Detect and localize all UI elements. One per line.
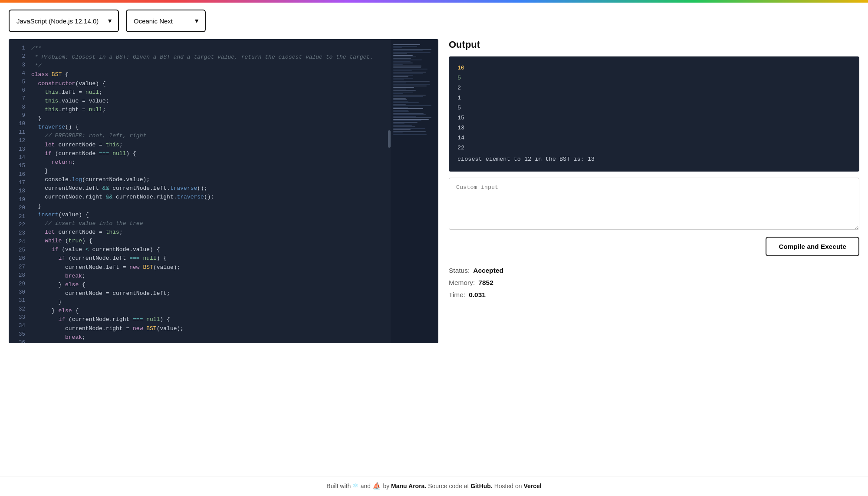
output-line: 5 (457, 103, 851, 113)
output-line: 10 (457, 63, 851, 73)
code-line: return; (31, 158, 431, 167)
code-line: if (currentNode.left === null) { (31, 254, 431, 263)
custom-input[interactable] (449, 178, 859, 230)
status-row: Status: Accepted (449, 267, 859, 274)
scrollbar-thumb[interactable] (388, 130, 391, 148)
code-line: currentNode.left && currentNode.left.tra… (31, 184, 431, 193)
code-line: insert(value) { (31, 211, 431, 219)
theme-select[interactable]: Oceanic Next Monokai Dracula Solarized D… (127, 10, 205, 31)
output-line: 22 (457, 143, 851, 153)
code-line: } else { (31, 307, 431, 315)
code-line: constructor(value) { (31, 79, 431, 88)
line-number: 24 (9, 238, 31, 246)
status-label: Status: (449, 267, 470, 274)
code-line: } (31, 167, 431, 175)
line-number: 27 (9, 263, 31, 271)
line-number: 2 (9, 53, 31, 61)
react-icon: ⚛ (352, 482, 360, 489)
line-number: 8 (9, 103, 31, 112)
footer: Built with ⚛ and ⛵ by Manu Arora. Source… (0, 476, 868, 496)
line-number: 14 (9, 154, 31, 162)
output-line: 13 (457, 123, 851, 133)
line-number: 15 (9, 162, 31, 170)
memory-value: 7852 (478, 279, 493, 287)
line-number: 18 (9, 187, 31, 195)
github-link[interactable]: GitHub. (470, 483, 493, 489)
line-number: 31 (9, 297, 31, 305)
code-line: currentNode.left = new BST(value); (31, 263, 431, 272)
theme-select-wrapper[interactable]: Oceanic Next Monokai Dracula Solarized D… (126, 10, 206, 32)
main-content: 1234567891011121314151617181920212223242… (0, 39, 868, 352)
memory-label: Memory: (449, 279, 475, 287)
line-number: 12 (9, 137, 31, 145)
code-line: if (currentNode.right === null) { (31, 315, 431, 324)
code-line: /** (31, 44, 431, 53)
code-line: } (31, 202, 431, 211)
line-number: 22 (9, 221, 31, 229)
output-line: 1 (457, 93, 851, 103)
line-number: 33 (9, 314, 31, 322)
author-link[interactable]: Manu Arora. (391, 483, 426, 489)
code-line: let currentNode = this; (31, 141, 431, 149)
code-content[interactable]: /** * Problem: Closest in a BST: Given a… (31, 39, 438, 343)
right-panel: Output 10521515131422closest element to … (438, 39, 859, 343)
scrollbar-track[interactable] (388, 39, 391, 343)
code-line: console.log(currentNode.value); (31, 175, 431, 184)
status-section: Status: Accepted Memory: 7852 Time: 0.03… (449, 267, 859, 299)
line-number: 9 (9, 112, 31, 120)
output-line: 2 (457, 83, 851, 93)
code-line: class BST { (31, 70, 431, 79)
line-number: 7 (9, 95, 31, 103)
line-number: 29 (9, 280, 31, 288)
line-number: 13 (9, 145, 31, 154)
line-numbers: 1234567891011121314151617181920212223242… (9, 39, 31, 343)
code-line: if (currentNode === null) { (31, 149, 431, 158)
line-number: 35 (9, 331, 31, 339)
line-number: 10 (9, 120, 31, 128)
code-line: */ (31, 62, 431, 70)
code-line: while (true) { (31, 237, 431, 245)
time-label: Time: (449, 291, 465, 299)
time-value: 0.031 (469, 291, 486, 299)
code-line: } else { (31, 342, 431, 343)
time-row: Time: 0.031 (449, 291, 859, 299)
code-line: } (31, 114, 431, 123)
output-line: 14 (457, 133, 851, 143)
code-line: break; (31, 272, 431, 281)
vercel-link[interactable]: Vercel (523, 483, 541, 489)
line-number: 4 (9, 69, 31, 78)
code-line: this.value = value; (31, 97, 431, 106)
line-number: 23 (9, 229, 31, 238)
output-box: 10521515131422closest element to 12 in t… (449, 56, 859, 172)
line-number: 26 (9, 255, 31, 263)
code-line: currentNode.right && currentNode.right.t… (31, 193, 431, 202)
line-number: 19 (9, 196, 31, 204)
language-select-wrapper[interactable]: JavaScript (Node.js 12.14.0) Python 3 Ja… (9, 10, 119, 32)
line-number: 36 (9, 339, 31, 343)
and-text: and (361, 483, 371, 489)
line-number: 1 (9, 44, 31, 53)
by-text: by (383, 483, 389, 489)
output-line: 5 (457, 73, 851, 83)
code-area[interactable]: 1234567891011121314151617181920212223242… (9, 39, 438, 343)
code-line: } (31, 298, 431, 307)
line-number: 17 (9, 179, 31, 187)
line-number: 3 (9, 61, 31, 69)
line-number: 28 (9, 271, 31, 280)
code-line: this.left = null; (31, 88, 431, 97)
code-line: let currentNode = this; (31, 228, 431, 237)
line-number: 30 (9, 288, 31, 297)
language-select[interactable]: JavaScript (Node.js 12.14.0) Python 3 Ja… (10, 10, 118, 31)
code-line: * Problem: Closest in a BST: Given a BST… (31, 53, 431, 62)
code-line: // insert value into the tree (31, 219, 431, 228)
line-number: 34 (9, 322, 31, 330)
line-number: 21 (9, 213, 31, 221)
editor-panel: 1234567891011121314151617181920212223242… (9, 39, 438, 343)
status-value: Accepted (473, 267, 503, 274)
compile-execute-button[interactable]: Compile and Execute (766, 237, 859, 256)
code-line: break; (31, 333, 431, 342)
output-result-line: closest element to 12 in the BST is: 13 (457, 155, 851, 165)
code-line: currentNode = currentNode.left; (31, 289, 431, 298)
line-number: 20 (9, 204, 31, 212)
source-text: Source code at (428, 483, 469, 489)
